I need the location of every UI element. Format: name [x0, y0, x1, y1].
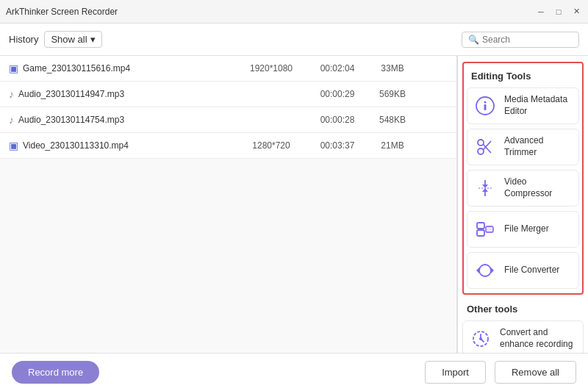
maximize-button[interactable]: □	[553, 6, 564, 18]
show-all-label: Show all	[51, 34, 87, 45]
file-size: 33MB	[367, 63, 418, 73]
file-name: ▣ Game_230130115616.mp4	[9, 62, 234, 74]
compress-icon	[473, 176, 497, 200]
right-panel: Editing Tools Media Metadata Editor	[457, 56, 588, 353]
file-name: ▣ Video_230130113310.mp4	[9, 140, 234, 151]
table-row[interactable]: ♪ Audio_230130114947.mp3 00:00:29 569KB	[0, 82, 456, 107]
media-metadata-editor-label: Media Metadata Editor	[504, 94, 573, 117]
toolbar: History Show all ▾ 🔍	[0, 24, 588, 56]
enhance-icon	[469, 327, 492, 351]
history-label: History	[9, 34, 38, 45]
merge-icon	[473, 218, 497, 241]
record-more-button[interactable]: Record more	[12, 361, 99, 384]
app-title: ArkThinker Screen Recorder	[6, 7, 118, 17]
file-resolution: 1280*720	[234, 140, 308, 151]
video-icon: ▣	[9, 62, 18, 74]
svg-rect-14	[486, 226, 493, 232]
close-button[interactable]: ✕	[570, 6, 582, 18]
window-controls: ─ □ ✕	[535, 6, 582, 18]
file-converter-tool[interactable]: File Converter	[467, 252, 579, 289]
bottom-bar: Record more Import Remove all	[0, 353, 588, 391]
file-name: ♪ Audio_230130114754.mp3	[9, 114, 234, 126]
svg-marker-10	[482, 188, 488, 192]
chevron-down-icon: ▾	[90, 34, 96, 45]
convert-enhance-tool[interactable]: Convert and enhance recording	[462, 320, 584, 353]
converter-icon	[473, 259, 497, 282]
table-row[interactable]: ♪ Audio_230130114754.mp3 00:00:28 548KB	[0, 107, 456, 133]
svg-marker-16	[476, 268, 479, 273]
search-input[interactable]	[482, 35, 578, 45]
file-size: 548KB	[367, 115, 418, 125]
file-name-text: Video_230130113310.mp4	[23, 140, 129, 151]
svg-rect-13	[477, 230, 484, 236]
file-converter-label: File Converter	[504, 265, 559, 276]
file-duration: 00:00:29	[308, 89, 367, 99]
file-merger-label: File Merger	[504, 223, 549, 235]
svg-point-4	[478, 140, 484, 146]
file-list-panel: ▣ Game_230130115616.mp4 1920*1080 00:02:…	[0, 56, 457, 353]
svg-point-18	[479, 337, 482, 340]
file-name-text: Game_230130115616.mp4	[23, 63, 130, 73]
svg-marker-8	[482, 184, 488, 188]
editing-tools-title: Editing Tools	[467, 68, 579, 87]
file-merger-tool[interactable]: File Merger	[467, 211, 579, 248]
search-icon: 🔍	[468, 35, 479, 45]
svg-rect-2	[484, 104, 487, 110]
editing-tools-section: Editing Tools Media Metadata Editor	[462, 62, 584, 295]
svg-point-3	[478, 148, 484, 154]
info-icon	[473, 94, 497, 118]
titlebar: ArkThinker Screen Recorder ─ □ ✕	[0, 0, 588, 24]
file-name: ♪ Audio_230130114947.mp3	[9, 88, 234, 100]
convert-enhance-label: Convert and enhance recording	[500, 327, 577, 350]
table-row[interactable]: ▣ Game_230130115616.mp4 1920*1080 00:02:…	[0, 56, 456, 82]
import-button[interactable]: Import	[425, 361, 486, 384]
file-name-text: Audio_230130114947.mp3	[18, 89, 124, 99]
advanced-trimmer-tool[interactable]: Advanced Trimmer	[467, 129, 579, 165]
scissors-icon	[473, 135, 497, 159]
other-tools-section: Other tools Convert and enhance recordin…	[462, 301, 584, 353]
content-area: ▣ Game_230130115616.mp4 1920*1080 00:02:…	[0, 56, 588, 353]
video-icon: ▣	[9, 140, 18, 151]
file-resolution: 1920*1080	[234, 63, 308, 73]
advanced-trimmer-label: Advanced Trimmer	[504, 135, 573, 158]
file-size: 569KB	[367, 89, 418, 99]
minimize-button[interactable]: ─	[535, 6, 547, 18]
svg-rect-12	[477, 223, 484, 229]
search-box[interactable]: 🔍	[462, 32, 579, 48]
video-compressor-tool[interactable]: Video Compressor	[467, 170, 579, 207]
svg-point-1	[484, 101, 487, 104]
app-container: History Show all ▾ 🔍 ▣ Game_230130115616…	[0, 24, 588, 391]
remove-all-button[interactable]: Remove all	[495, 361, 576, 384]
history-dropdown[interactable]: Show all ▾	[44, 31, 101, 48]
audio-icon: ♪	[9, 114, 14, 126]
file-name-text: Audio_230130114754.mp3	[18, 115, 124, 125]
table-row[interactable]: ▣ Video_230130113310.mp4 1280*720 00:03:…	[0, 133, 456, 159]
file-duration: 00:02:04	[308, 63, 367, 73]
file-size: 21MB	[367, 140, 418, 151]
media-metadata-editor-tool[interactable]: Media Metadata Editor	[467, 87, 579, 124]
other-tools-title: Other tools	[462, 301, 584, 320]
file-duration: 00:00:28	[308, 115, 367, 125]
audio-icon: ♪	[9, 88, 14, 100]
file-duration: 00:03:37	[308, 140, 367, 151]
video-compressor-label: Video Compressor	[504, 176, 573, 199]
